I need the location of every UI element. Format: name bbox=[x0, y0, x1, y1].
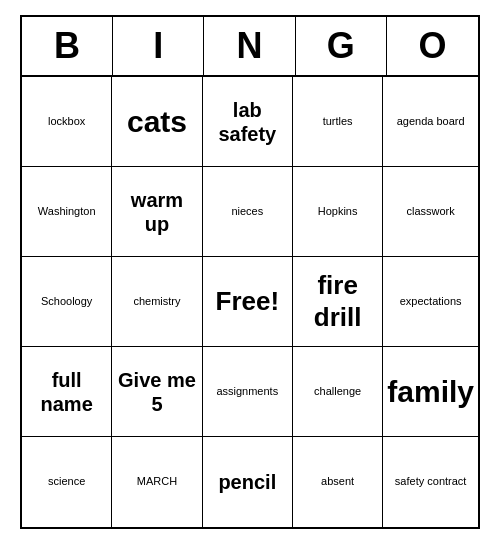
bingo-card: BINGO lockboxcatslab safetyturtlesagenda… bbox=[20, 15, 480, 529]
cell-text: Give me 5 bbox=[116, 368, 197, 416]
cell-text: expectations bbox=[400, 295, 462, 308]
cell-text: absent bbox=[321, 475, 354, 488]
cell-text: Washington bbox=[38, 205, 96, 218]
bingo-cell: lockbox bbox=[22, 77, 112, 167]
bingo-grid: lockboxcatslab safetyturtlesagenda board… bbox=[22, 77, 478, 527]
bingo-cell: Free! bbox=[203, 257, 293, 347]
cell-text: lab safety bbox=[207, 98, 288, 146]
bingo-cell: science bbox=[22, 437, 112, 527]
bingo-cell: challenge bbox=[293, 347, 383, 437]
bingo-cell: absent bbox=[293, 437, 383, 527]
bingo-header: BINGO bbox=[22, 17, 478, 77]
cell-text: Schoology bbox=[41, 295, 92, 308]
cell-text: pencil bbox=[218, 470, 276, 494]
cell-text: turtles bbox=[323, 115, 353, 128]
cell-text: full name bbox=[26, 368, 107, 416]
cell-text: challenge bbox=[314, 385, 361, 398]
bingo-cell: assignments bbox=[203, 347, 293, 437]
bingo-cell: lab safety bbox=[203, 77, 293, 167]
bingo-cell: cats bbox=[112, 77, 202, 167]
bingo-cell: safety contract bbox=[383, 437, 478, 527]
header-letter: I bbox=[113, 17, 204, 75]
bingo-cell: fire drill bbox=[293, 257, 383, 347]
bingo-cell: family bbox=[383, 347, 478, 437]
cell-text: assignments bbox=[216, 385, 278, 398]
cell-text: classwork bbox=[406, 205, 454, 218]
cell-text: agenda board bbox=[397, 115, 465, 128]
header-letter: B bbox=[22, 17, 113, 75]
cell-text: cats bbox=[127, 104, 187, 140]
cell-text: science bbox=[48, 475, 85, 488]
cell-text: Free! bbox=[216, 286, 280, 317]
bingo-cell: Hopkins bbox=[293, 167, 383, 257]
cell-text: family bbox=[387, 374, 474, 410]
cell-text: warm up bbox=[116, 188, 197, 236]
header-letter: N bbox=[204, 17, 295, 75]
bingo-cell: MARCH bbox=[112, 437, 202, 527]
bingo-cell: agenda board bbox=[383, 77, 478, 167]
cell-text: lockbox bbox=[48, 115, 85, 128]
cell-text: MARCH bbox=[137, 475, 177, 488]
cell-text: safety contract bbox=[395, 475, 467, 488]
bingo-cell: Give me 5 bbox=[112, 347, 202, 437]
bingo-cell: warm up bbox=[112, 167, 202, 257]
bingo-cell: turtles bbox=[293, 77, 383, 167]
bingo-cell: classwork bbox=[383, 167, 478, 257]
bingo-cell: full name bbox=[22, 347, 112, 437]
bingo-cell: expectations bbox=[383, 257, 478, 347]
cell-text: chemistry bbox=[133, 295, 180, 308]
cell-text: nieces bbox=[231, 205, 263, 218]
cell-text: Hopkins bbox=[318, 205, 358, 218]
bingo-cell: Washington bbox=[22, 167, 112, 257]
bingo-cell: chemistry bbox=[112, 257, 202, 347]
bingo-cell: pencil bbox=[203, 437, 293, 527]
header-letter: O bbox=[387, 17, 478, 75]
bingo-cell: nieces bbox=[203, 167, 293, 257]
header-letter: G bbox=[296, 17, 387, 75]
cell-text: fire drill bbox=[297, 270, 378, 332]
bingo-cell: Schoology bbox=[22, 257, 112, 347]
